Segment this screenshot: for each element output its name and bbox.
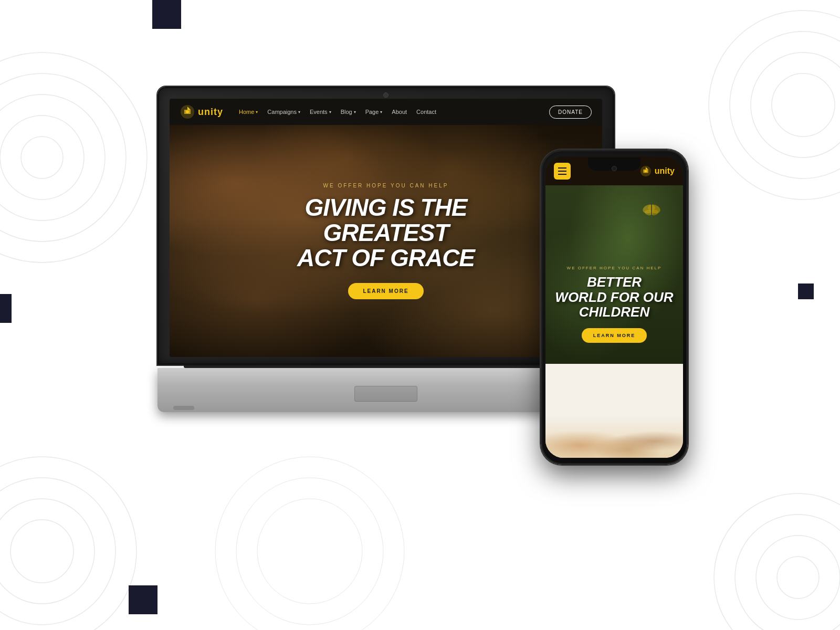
laptop-navbar: unity Home ▾ Campaigns ▾ Events ▾ Blog ▾… xyxy=(170,99,602,125)
devices-container: unity Home ▾ Campaigns ▾ Events ▾ Blog ▾… xyxy=(131,66,709,564)
laptop-nav-home[interactable]: Home ▾ xyxy=(239,109,258,115)
laptop-hero-content: WE OFFER HOPE YOU CAN HELP GIVING IS THE… xyxy=(297,183,475,300)
svg-point-23 xyxy=(644,170,647,172)
laptop-feet-left xyxy=(173,406,194,410)
mobile-hero-tagline: WE OFFER HOPE YOU CAN HELP xyxy=(554,266,675,270)
main-content: unity Home ▾ Campaigns ▾ Events ▾ Blog ▾… xyxy=(0,0,840,630)
mobile-bottom-section xyxy=(545,364,683,458)
laptop-nav-page[interactable]: Page ▾ xyxy=(365,109,383,115)
svg-point-21 xyxy=(186,110,189,113)
laptop-nav-about[interactable]: About xyxy=(392,109,407,115)
laptop-camera xyxy=(383,92,388,98)
mobile-logo-icon xyxy=(640,165,652,177)
mobile-menu-button[interactable] xyxy=(554,163,571,180)
mobile-screen: unity xyxy=(545,156,683,458)
laptop-nav-items: Home ▾ Campaigns ▾ Events ▾ Blog ▾ Page … xyxy=(239,109,549,115)
mobile-bottom-image xyxy=(545,416,683,458)
menu-line-1 xyxy=(558,167,566,169)
mobile-notch xyxy=(588,158,640,171)
mobile-logo: unity xyxy=(640,165,675,177)
laptop-donate-button[interactable]: DONATE xyxy=(549,106,592,119)
menu-line-2 xyxy=(558,171,566,172)
laptop-hero-tagline: WE OFFER HOPE YOU CAN HELP xyxy=(297,183,475,188)
mobile-hero: WE OFFER HOPE YOU CAN HELP BETTER WORLD … xyxy=(545,185,683,364)
mobile-logo-text: unity xyxy=(655,166,675,176)
mobile-device: unity xyxy=(541,150,688,465)
laptop-logo-text: unity xyxy=(198,107,223,118)
mobile-hero-title: BETTER WORLD FOR OUR CHILDREN xyxy=(554,275,675,320)
laptop-touchpad[interactable] xyxy=(354,386,417,402)
menu-line-3 xyxy=(558,174,566,175)
laptop-screen: unity Home ▾ Campaigns ▾ Events ▾ Blog ▾… xyxy=(170,99,602,357)
mobile-camera xyxy=(612,166,617,171)
laptop-hero-cta-button[interactable]: LEARN MORE xyxy=(348,283,423,299)
laptop-hero: WE OFFER HOPE YOU CAN HELP GIVING IS THE… xyxy=(170,125,602,357)
mobile-hero-content: WE OFFER HOPE YOU CAN HELP BETTER WORLD … xyxy=(545,266,683,343)
unity-logo-icon xyxy=(180,104,195,119)
laptop-nav-blog[interactable]: Blog ▾ xyxy=(341,109,356,115)
mobile-side-button xyxy=(687,204,688,235)
mobile-hero-cta-button[interactable]: LEARN MORE xyxy=(582,328,647,343)
butterfly-icon xyxy=(641,201,662,219)
laptop-logo: unity xyxy=(180,104,223,119)
laptop-hero-title: GIVING IS THE GREATEST ACT OF GRACE xyxy=(297,195,475,271)
laptop-nav-events[interactable]: Events ▾ xyxy=(310,109,331,115)
laptop-nav-contact[interactable]: Contact xyxy=(416,109,436,115)
laptop-nav-campaigns[interactable]: Campaigns ▾ xyxy=(267,109,300,115)
mobile-outer: unity xyxy=(541,150,688,465)
